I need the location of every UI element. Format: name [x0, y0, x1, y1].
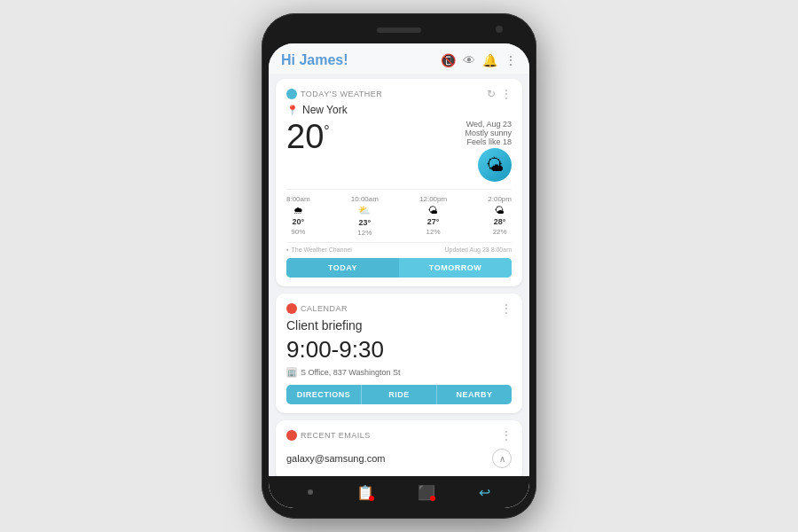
calendar-title: CALENDAR — [286, 303, 348, 314]
header-icons: 📵 👁 🔔 ⋮ — [441, 53, 517, 67]
email-address: galaxy@samsung.com — [286, 453, 385, 464]
city-name: New York — [302, 104, 348, 116]
weather-title-text: TODAY'S WEATHER — [301, 90, 382, 98]
icon-2: ⛅ — [358, 205, 371, 216]
cards-area: TODAY'S WEATHER ↻ ⋮ 📍 New York 20° — [269, 74, 529, 476]
location-pin-icon: 📍 — [286, 105, 299, 116]
weather-feels: Feels like 18 — [465, 137, 512, 146]
pct-3: 12% — [426, 228, 441, 236]
tab-today[interactable]: TODAY — [286, 258, 399, 278]
email-more-icon[interactable]: ⋮ — [501, 429, 512, 442]
calendar-card: CALENDAR ⋮ Client briefing 9:00-9:30 🏢 S… — [276, 293, 522, 413]
weather-temp-block: 20° — [286, 120, 330, 153]
weather-title-icon — [286, 89, 297, 99]
phone-top-bar — [269, 24, 529, 42]
time-4: 2:00pm — [488, 195, 512, 203]
email-row: galaxy@samsung.com ∧ — [286, 445, 512, 472]
pct-1: 90% — [291, 228, 305, 236]
calendar-title-text: CALENDAR — [301, 304, 348, 313]
calendar-card-header: CALENDAR ⋮ — [286, 302, 512, 315]
icon-3: 🌤 — [428, 205, 438, 215]
hourly-item-4: 2:00pm 🌤 28° 22% — [488, 195, 512, 237]
email-title-text: RECENT EMAILS — [301, 431, 371, 440]
screen-content: Hi James! 📵 👁 🔔 ⋮ TODAY'S WEATHER — [269, 43, 529, 476]
nav-back-icon[interactable]: ↩ — [479, 484, 490, 501]
pct-2: 12% — [357, 229, 372, 237]
weather-date: Wed, Aug 23 — [465, 120, 512, 129]
header: Hi James! 📵 👁 🔔 ⋮ — [269, 43, 529, 74]
calendar-title-icon — [286, 303, 297, 314]
time-1: 8:00am — [286, 195, 310, 203]
nav-home-icon[interactable]: ⬛ — [418, 484, 435, 501]
ride-button[interactable]: RIDE — [361, 385, 436, 404]
sun-cloud-icon: 🌤 — [486, 155, 504, 176]
phone-camera — [496, 26, 503, 33]
location-icon: 🏢 — [286, 367, 297, 378]
directions-button[interactable]: DIRECTIONS — [286, 385, 361, 404]
icon-1: 🌧 — [293, 205, 303, 215]
phone-speaker — [377, 27, 421, 33]
weather-main: 20° Wed, Aug 23 Mostly sunny Feels like … — [286, 120, 512, 182]
weather-card-header: TODAY'S WEATHER ↻ ⋮ — [286, 88, 512, 100]
weather-card: TODAY'S WEATHER ↻ ⋮ 📍 New York 20° — [276, 79, 522, 286]
email-menu: ⋮ — [501, 429, 512, 442]
calendar-buttons: DIRECTIONS RIDE NEARBY — [286, 385, 512, 404]
calendar-menu: ⋮ — [501, 302, 512, 315]
more-icon[interactable]: ⋮ — [505, 53, 517, 67]
weather-location: 📍 New York — [286, 104, 512, 116]
bell-icon[interactable]: 🔔 — [482, 53, 497, 67]
time-3: 12:00pm — [419, 195, 447, 203]
tab-tomorrow[interactable]: TOMORROW — [399, 258, 512, 278]
icon-4: 🌤 — [495, 205, 505, 215]
weather-right-section: Wed, Aug 23 Mostly sunny Feels like 18 🌤 — [465, 120, 512, 182]
temp-4: 28° — [494, 217, 506, 226]
greeting-text: Hi James! — [281, 52, 348, 68]
weather-more-icon[interactable]: ⋮ — [501, 88, 512, 100]
location-text: S Office, 837 Washington St — [301, 368, 401, 377]
hourly-item-1: 8:00am 🌧 20° 90% — [286, 195, 310, 237]
time-2: 10:00am — [351, 195, 379, 203]
weather-menu: ↻ ⋮ — [487, 88, 512, 100]
updated-text: Updated Aug 23 8:00am — [444, 246, 512, 253]
email-card: RECENT EMAILS ⋮ galaxy@samsung.com ∧ — [276, 420, 522, 476]
email-title: RECENT EMAILS — [286, 430, 371, 441]
email-expand-button[interactable]: ∧ — [492, 449, 512, 468]
weather-icon-circle: 🌤 — [478, 148, 512, 182]
phone-container: Hi James! 📵 👁 🔔 ⋮ TODAY'S WEATHER — [262, 13, 536, 519]
weather-info-block: Wed, Aug 23 Mostly sunny Feels like 18 — [465, 120, 512, 146]
nearby-button[interactable]: NEARBY — [436, 385, 512, 404]
email-card-header: RECENT EMAILS ⋮ — [286, 429, 512, 442]
phone-screen: Hi James! 📵 👁 🔔 ⋮ TODAY'S WEATHER — [269, 43, 529, 508]
event-time: 9:00-9:30 — [286, 336, 512, 364]
weather-tabs: TODAY TOMORROW — [286, 258, 512, 278]
weather-desc: Mostly sunny — [465, 129, 512, 137]
source-text: The Weather Channel — [291, 246, 351, 253]
eye-icon[interactable]: 👁 — [463, 53, 475, 67]
pct-4: 22% — [493, 228, 507, 236]
hourly-item-3: 12:00pm 🌤 27° 12% — [419, 195, 447, 237]
temp-2: 23° — [359, 218, 372, 227]
nav-recents-icon[interactable]: 📋 — [356, 484, 374, 501]
phone-icon[interactable]: 📵 — [441, 53, 456, 67]
temp-1: 20° — [293, 217, 305, 226]
temperature: 20° — [286, 118, 330, 155]
channel-icon: ▪ — [286, 246, 288, 253]
weather-title: TODAY'S WEATHER — [286, 89, 382, 99]
hourly-item-2: 10:00am ⛅ 23° 12% — [351, 195, 379, 237]
weather-hourly: 8:00am 🌧 20° 90% 10:00am ⛅ 23° 12% — [286, 189, 512, 237]
bottom-nav: 📋 ⬛ ↩ — [269, 476, 529, 508]
weather-source: ▪ The Weather Channel — [286, 246, 352, 253]
nav-dot — [308, 489, 313, 495]
weather-footer: ▪ The Weather Channel Updated Aug 23 8:0… — [286, 242, 512, 253]
event-title: Client briefing — [286, 318, 512, 332]
calendar-more-icon[interactable]: ⋮ — [501, 302, 512, 315]
event-location: 🏢 S Office, 837 Washington St — [286, 367, 512, 378]
refresh-icon[interactable]: ↻ — [487, 88, 496, 100]
temp-3: 27° — [427, 217, 440, 226]
email-title-icon — [286, 430, 297, 441]
